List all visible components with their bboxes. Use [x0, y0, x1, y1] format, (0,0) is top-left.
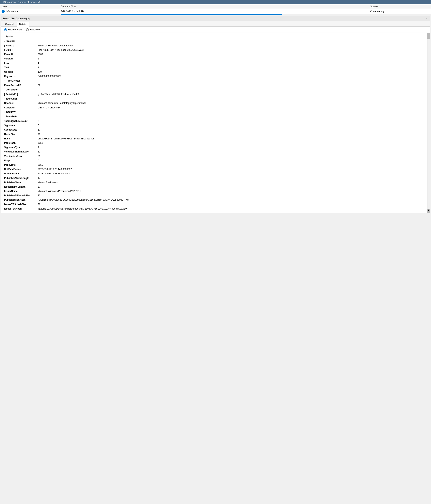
pubnamelength-row: PublisherNameLength 17 [4, 176, 427, 180]
issuernamelength-key: IssuerNameLength [4, 185, 38, 189]
totalsig-key: TotalSignatureCount [4, 119, 38, 123]
event-panel-header: Event 3089, CodeIntegrity × [1, 16, 430, 21]
tab-details[interactable]: Details [17, 22, 29, 27]
col-source-header: Source [370, 5, 430, 8]
task-key: Task [4, 66, 38, 70]
opcode-value: 130 [38, 70, 42, 74]
provider-collapse-btn[interactable]: - [4, 39, 5, 43]
xml-view-radio[interactable] [26, 28, 29, 31]
level-val: 4 [38, 62, 39, 65]
version-value: 2 [38, 57, 39, 61]
eventrecordid-key: EventRecordID [4, 83, 38, 87]
vererror-row: VerificationError 21 [4, 154, 427, 158]
policybits-row: PolicyBits 2050 [4, 163, 427, 167]
friendly-view-label: Friendly View [8, 28, 22, 31]
provider-name-key: [ Name ] [4, 44, 38, 48]
activityid-key: [ ActivityID ] [4, 92, 38, 96]
pubtbshash-row: PublisherTBSHash AA9D152FBAAA6763BCC969B… [4, 198, 427, 202]
eventid-value: 3089 [38, 53, 43, 56]
cachestate-value: 17 [38, 128, 40, 132]
hashsize-key: Hash Size [4, 133, 38, 136]
totalsig-row: TotalSignatureCount 8 [4, 119, 427, 123]
channel-value: Microsoft-Windows-CodeIntegrity/Operatio… [38, 101, 86, 105]
pubnamelength-value: 17 [38, 176, 40, 180]
keywords-value: 0x8000000000000000 [38, 74, 61, 78]
pagehash-key: PageHash [4, 141, 38, 145]
close-button[interactable]: × [425, 17, 428, 20]
hash-value: 08D0A8C34B717AED56F99EC57B49788EC3363808 [38, 137, 94, 141]
cachestate-row: CacheState 17 [4, 128, 427, 132]
version-row: Version 2 [4, 57, 427, 61]
column-headers: Level Date and Time Source [0, 4, 431, 9]
pubtbshashsize-row: PublisherTBSHashSize 32 [4, 194, 427, 198]
eventdata-section-header: - EventData [4, 114, 427, 119]
pubname-value: Microsoft Windows [38, 181, 58, 184]
pubnamelength-key: PublisherNameLength [4, 176, 38, 180]
provider-name-row: [ Name ] Microsoft-Windows-CodeIntegrity [4, 44, 427, 48]
col-level-header: Level [1, 5, 61, 8]
eventrecordid-value: 52 [38, 83, 40, 87]
scrollbar-thumb-bottom[interactable]: ▼ [427, 209, 430, 213]
system-collapse-btn[interactable]: - [4, 35, 5, 38]
view-options: Friendly View XML View [1, 27, 430, 33]
computer-value: DESKTOP-LR0QPE4 [38, 106, 61, 110]
pubtbshash-value: AA9D152FBAAA6763BCC969BB1E9962D68341BDFD… [38, 198, 130, 202]
scrollbar-track[interactable]: ▼ [427, 33, 430, 213]
task-row: Task 1 [4, 65, 427, 70]
policybits-value: 2050 [38, 163, 43, 167]
opcode-row: Opcode 130 [4, 70, 427, 74]
issuertbshash-row: IssuerTBSHash 4E80BE107C860DE896384B3EFF… [4, 207, 427, 211]
xml-view-label: XML View [30, 28, 40, 31]
source-value: CodeIntegrity [370, 10, 430, 13]
vererror-value: 21 [38, 154, 40, 158]
issuertbshashsize-row: IssuerTBSHashSize 32 [4, 202, 427, 207]
event-count: Number of events: 78 [18, 1, 40, 4]
notvalidbefore-value: 2022-05-05T19:23:14.0000000Z [38, 168, 72, 171]
keywords-key: Keywords [4, 74, 38, 78]
datetime-value: 3/28/2023 1:42:48 PM [61, 10, 370, 13]
details-content[interactable]: - System - Provider [ Name ] Microsoft-W… [1, 33, 430, 213]
issuertbshash-value: 4E80BE107C860DE896384B3EFF50504DC2D76AC7… [38, 207, 128, 211]
tab-general[interactable]: General [3, 22, 16, 27]
activityid-value: {eff8a355-5ced-0000-637d-fcefed5cd901} [38, 92, 81, 96]
security-header: + Security [4, 110, 427, 114]
sigtype-row: SignatureType 4 [4, 145, 427, 150]
signature-row: Signature 0 [4, 123, 427, 128]
event-row[interactable]: i Information 3/28/2023 1:42:48 PM CodeI… [0, 9, 431, 14]
keywords-row: Keywords 0x8000000000000000 [4, 74, 427, 79]
timecreated-label: TimeCreated [6, 79, 20, 83]
channel-key: Channel [4, 101, 38, 105]
eventdata-collapse-btn[interactable]: - [4, 115, 5, 118]
friendly-view-option[interactable]: Friendly View [4, 28, 22, 31]
signature-key: Signature [4, 124, 38, 127]
issuertbshashsize-value: 32 [38, 203, 40, 206]
provider-guid-key: [ Guid ] [4, 48, 38, 52]
event-panel: Event 3089, CodeIntegrity × General Deta… [1, 16, 430, 213]
validsigning-value: 12 [38, 150, 40, 154]
issuertbshash-key: IssuerTBSHash [4, 207, 38, 211]
provider-guid-value: {4ee76bd8-3cf4-44a0-a0ac-3937643e37a3} [38, 48, 84, 52]
pubtbshash-key: PublisherTBSHash [4, 198, 38, 202]
issuernamelength-row: IssuerNameLength 37 [4, 185, 427, 189]
xml-view-option[interactable]: XML View [26, 28, 40, 31]
execution-label: Execution [6, 97, 17, 101]
execution-expand-btn[interactable]: + [4, 97, 5, 101]
pubtbshashsize-key: PublisherTBSHashSize [4, 194, 38, 198]
channel-row: Channel Microsoft-Windows-CodeIntegrity/… [4, 101, 427, 106]
col-datetime-header: Date and Time [61, 5, 370, 8]
top-bar: CIOperational Number of events: 78 [0, 0, 431, 4]
app-title: CIOperational [1, 1, 16, 4]
provider-guid-row: [ Guid ] {4ee76bd8-3cf4-44a0-a0ac-393764… [4, 48, 427, 52]
details-wrapper: - System - Provider [ Name ] Microsoft-W… [1, 33, 430, 213]
pubname-key: PublisherName [4, 181, 38, 184]
scrollbar-thumb-top[interactable] [427, 33, 430, 39]
level-value: Information [6, 10, 18, 13]
correlation-collapse-btn[interactable]: - [4, 88, 5, 92]
security-expand-btn[interactable]: + [4, 110, 5, 114]
scroll-indicator [61, 14, 430, 15]
notvalidafter-row: NotValidAfter 2023-05-04T19:23:14.000000… [4, 172, 427, 176]
policybits-key: PolicyBits [4, 163, 38, 167]
friendly-view-radio[interactable] [4, 28, 7, 31]
level-key: Level [4, 62, 38, 65]
timecreated-expand-btn[interactable]: + [4, 79, 5, 83]
